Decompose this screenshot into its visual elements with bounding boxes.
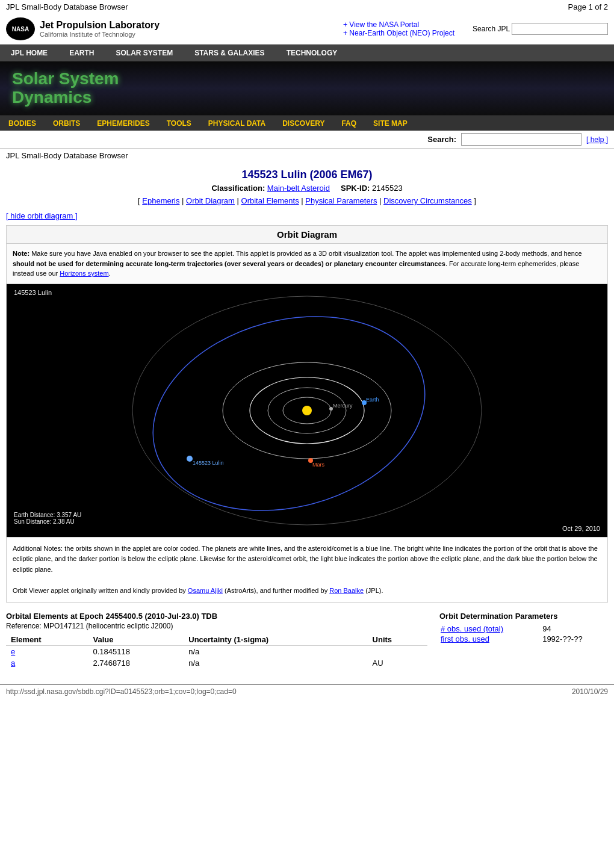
- orbital-elements-ref: Reference: MPO147121 (heliocentric eclip…: [6, 622, 427, 630]
- classification-value[interactable]: Main-belt Asteroid: [267, 184, 330, 193]
- jpl-sub-title: California Institute of Technology: [40, 31, 160, 38]
- subnav-tools[interactable]: TOOLS: [158, 116, 200, 131]
- classification-line: Classification: Main-belt Asteroid SPK-I…: [6, 184, 608, 193]
- link-ephemeris[interactable]: Ephemeris: [142, 196, 179, 205]
- orbit-svg: Mercury Earth Mars 145523 Lulin: [7, 284, 607, 537]
- orbit-diagram-box: Orbit Diagram Note: Make sure you have J…: [6, 225, 608, 603]
- search-jpl-label: Search JPL: [473, 25, 510, 33]
- osamu-link[interactable]: Osamu Ajiki: [188, 587, 223, 594]
- jpl-title-block: Jet Propulsion Laboratory California Ins…: [40, 20, 160, 38]
- nav-technology[interactable]: TECHNOLOGY: [276, 45, 349, 61]
- svg-text:Earth: Earth: [366, 397, 379, 403]
- orbital-elements-header: Orbital Elements at Epoch 2455400.5 (201…: [6, 612, 427, 621]
- orbit-asteroid-label: 145523 Lulin: [14, 289, 52, 296]
- subnav-bodies[interactable]: BODIES: [0, 116, 45, 131]
- orbit-canvas: 145523 Lulin Mercury: [7, 284, 607, 537]
- jpl-main-title: Jet Propulsion Laboratory: [40, 20, 160, 31]
- subnav-faq[interactable]: FAQ: [333, 116, 365, 131]
- banner-line1: Solar System: [12, 70, 119, 88]
- orbit-footer-note1: Additional Notes: the orbits shown in th…: [13, 544, 601, 575]
- subnav-physical-data[interactable]: PHYSICAL DATA: [200, 116, 274, 131]
- search-label: Search:: [427, 135, 456, 144]
- orbit-earth-distance: Earth Distance: 3.357 AU Sun Distance: 2…: [14, 512, 81, 525]
- search-jpl-block: Search JPL: [473, 23, 608, 35]
- search-bar: Search: [ help ]: [0, 131, 614, 149]
- subnav-discovery[interactable]: DISCOVERY: [274, 116, 333, 131]
- link-orbit-diagram[interactable]: Orbit Diagram: [186, 196, 235, 205]
- classification-label: Classification:: [211, 184, 265, 193]
- search-input[interactable]: [461, 133, 581, 146]
- banner-line2: Dynamics: [12, 88, 119, 107]
- horizons-link[interactable]: Horizons system: [60, 270, 108, 277]
- note-bold1: should not be used for determining accur…: [13, 260, 445, 267]
- page-app-title: JPL Small-Body Database Browser: [6, 2, 128, 11]
- ron-link[interactable]: Ron Baalke: [329, 587, 364, 594]
- svg-point-1: [302, 406, 312, 415]
- search-jpl-input[interactable]: [512, 23, 608, 35]
- nasa-portal-link[interactable]: + View the NASA Portal: [343, 20, 454, 29]
- first-obs-label: first obs. used: [441, 634, 541, 643]
- col-value: Value: [88, 634, 184, 646]
- subnav-orbits[interactable]: ORBITS: [45, 116, 88, 131]
- uncertainty-a: n/a: [184, 657, 367, 669]
- spk-value: 2145523: [372, 184, 403, 193]
- help-link[interactable]: [ help ]: [586, 135, 608, 144]
- svg-text:Mercury: Mercury: [333, 403, 353, 409]
- nasa-logo: NASA: [6, 17, 35, 40]
- nav-links: [ Ephemeris | Orbit Diagram | Orbital El…: [6, 196, 608, 205]
- units-a: AU: [368, 657, 427, 669]
- link-orbital-elements[interactable]: Orbital Elements: [241, 196, 299, 205]
- spk-label: SPK-ID:: [341, 184, 370, 193]
- footer-url: http://ssd.jpl.nasa.gov/sbdb.cgi?ID=a014…: [6, 687, 237, 696]
- nav-solar-system[interactable]: SOLAR SYSTEM: [105, 45, 184, 61]
- footer-date: 2010/10/29: [572, 687, 608, 696]
- nasa-links: + View the NASA Portal + Near-Earth Obje…: [343, 20, 454, 37]
- orbit-diagram-note: Note: Make sure you have Java enabled on…: [7, 244, 607, 284]
- banner: Solar System Dynamics: [0, 61, 614, 116]
- svg-text:145523 Lulin: 145523 Lulin: [193, 460, 224, 466]
- orbit-diagram-title: Orbit Diagram: [7, 226, 607, 244]
- main-content: 145523 Lulin (2006 EM67) Classification:…: [0, 163, 614, 684]
- link-discovery-circumstances[interactable]: Discovery Circumstances: [383, 196, 472, 205]
- main-nav: JPL HOME EARTH SOLAR SYSTEM STARS & GALA…: [0, 45, 614, 61]
- orbit-det-table: # obs. used (total) 94 first obs. used 1…: [439, 623, 608, 645]
- neo-project-link[interactable]: + Near-Earth Object (NEO) Project: [343, 29, 454, 37]
- nav-jpl-home[interactable]: JPL HOME: [0, 45, 58, 61]
- col-units: Units: [368, 634, 427, 646]
- orbit-det-header: Orbit Determination Parameters: [439, 612, 608, 621]
- value-a: 2.7468718: [88, 657, 184, 669]
- hide-orbit-link-bar: [ hide orbit diagram ]: [6, 211, 608, 220]
- page-footer: http://ssd.jpl.nasa.gov/sbdb.cgi?ID=a014…: [0, 684, 614, 698]
- asteroid-title: 145523 Lulin (2006 EM67): [6, 169, 608, 181]
- nav-stars-galaxies[interactable]: STARS & GALAXIES: [184, 45, 275, 61]
- hide-orbit-link[interactable]: [ hide orbit diagram ]: [6, 211, 78, 220]
- svg-point-13: [187, 456, 193, 462]
- orbit-footer: Additional Notes: the orbits shown in th…: [7, 537, 607, 603]
- breadcrumb-bar: JPL Small-Body Database Browser: [0, 149, 614, 163]
- element-e: e: [6, 646, 88, 658]
- table-row: first obs. used 1992-??-??: [441, 634, 607, 643]
- banner-title: Solar System Dynamics: [12, 70, 119, 107]
- header-info: JPL Small-Body Database Browser Page 1 o…: [0, 0, 614, 14]
- table-row: e 0.1845118 n/a: [6, 646, 427, 658]
- subnav-ephemerides[interactable]: EPHEMERIDES: [88, 116, 158, 131]
- col-element: Element: [6, 634, 88, 646]
- orbital-right: Orbit Determination Parameters # obs. us…: [439, 612, 608, 669]
- breadcrumb: JPL Small-Body Database Browser: [6, 151, 128, 160]
- subnav-site-map[interactable]: SITE MAP: [365, 116, 416, 131]
- orbital-left: Orbital Elements at Epoch 2455400.5 (201…: [6, 612, 427, 669]
- orbit-date-label: Oct 29, 2010: [562, 525, 600, 532]
- table-row: # obs. used (total) 94: [441, 624, 607, 633]
- orbital-elements-table: Element Value Uncertainty (1-sigma) Unit…: [6, 634, 427, 669]
- col-uncertainty: Uncertainty (1-sigma): [184, 634, 367, 646]
- obs-used-label: # obs. used (total): [441, 624, 541, 633]
- element-a: a: [6, 657, 88, 669]
- obs-used-value: 94: [542, 624, 607, 633]
- svg-text:Mars: Mars: [312, 462, 324, 468]
- page-number: Page 1 of 2: [568, 2, 609, 11]
- link-physical-parameters[interactable]: Physical Parameters: [305, 196, 377, 205]
- nav-earth[interactable]: EARTH: [58, 45, 105, 61]
- orbital-elements-section: Orbital Elements at Epoch 2455400.5 (201…: [6, 612, 608, 669]
- sub-nav: BODIES ORBITS EPHEMERIDES TOOLS PHYSICAL…: [0, 116, 614, 131]
- orbit-footer-note2: Orbit Viewer applet originally written a…: [13, 586, 601, 597]
